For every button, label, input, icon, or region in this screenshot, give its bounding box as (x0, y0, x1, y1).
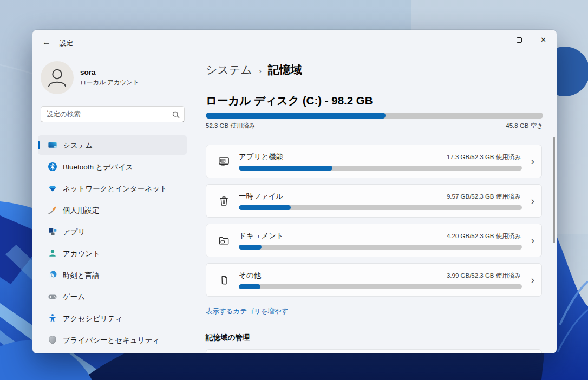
breadcrumb-separator-icon: › (259, 65, 262, 75)
chevron-right-icon: › (531, 234, 534, 246)
category-progress-fill (239, 166, 332, 171)
category-progressbar (239, 284, 522, 289)
category-usage: 17.3 GB/52.3 GB 使用済み (447, 153, 521, 161)
system-icon (48, 140, 57, 150)
person-icon (41, 61, 74, 94)
sidebar-item-system[interactable]: システム (38, 135, 187, 155)
avatar[interactable] (41, 61, 74, 94)
disk-free-label: 45.8 GB 空き (506, 122, 543, 130)
minimize-button[interactable] (482, 31, 507, 49)
storage-management-header: 記憶域の管理 (206, 333, 250, 343)
partially-visible-card (206, 349, 542, 353)
documents-icon (218, 234, 230, 247)
sidebar-item-gaming[interactable]: ゲーム (38, 287, 187, 306)
category-card-documents[interactable]: ドキュメント 4.20 GB/52.3 GB 使用済み › (206, 224, 542, 257)
category-card-other[interactable]: その他 3.99 GB/52.3 GB 使用済み › (206, 263, 542, 297)
show-more-categories-link[interactable]: 表示するカテゴリを増やす (206, 307, 289, 316)
chevron-right-icon: › (531, 274, 534, 286)
chevron-right-icon: › (531, 195, 534, 207)
category-usage: 9.57 GB/52.3 GB 使用済み (447, 193, 521, 201)
sidebar-item-privacy-security[interactable]: プライバシーとセキュリティ (38, 330, 187, 350)
sidebar-item-accounts[interactable]: アカウント (38, 244, 187, 263)
user-name: sora (80, 68, 96, 76)
temp-files-icon (218, 195, 230, 207)
apps-features-icon (218, 155, 230, 168)
sidebar-item-time-language[interactable]: 時刻と言語 (38, 265, 187, 285)
sidebar-item-label: 個人用設定 (63, 206, 100, 215)
category-card-apps-features[interactable]: アプリと機能 17.3 GB/52.3 GB 使用済み › (206, 145, 542, 178)
sidebar-item-label: システム (63, 141, 93, 150)
close-icon: ✕ (540, 36, 546, 43)
sidebar-item-label: ネットワークとインターネット (63, 184, 167, 194)
breadcrumb-parent[interactable]: システム (206, 62, 252, 77)
breadcrumb: システム › 記憶域 (206, 61, 302, 78)
vertical-scrollbar[interactable] (553, 137, 555, 243)
app-title: 設定 (60, 39, 73, 48)
category-card-temp-files[interactable]: 一時ファイル 9.57 GB/52.3 GB 使用済み › (206, 184, 542, 218)
category-progressbar (239, 245, 522, 250)
disk-used-label: 52.3 GB 使用済み (206, 122, 256, 130)
settings-window: ← 設定 ✕ sora ローカル アカウント (32, 30, 557, 353)
category-usage: 4.20 GB/52.3 GB 使用済み (447, 232, 521, 240)
sidebar-item-apps[interactable]: アプリ (38, 222, 187, 241)
sidebar-item-personalization[interactable]: 個人用設定 (38, 200, 187, 220)
sidebar-item-accessibility[interactable]: アクセシビリティ (38, 309, 187, 328)
category-progress-fill (239, 284, 260, 289)
disk-usage-labels: 52.3 GB 使用済み 45.8 GB 空き (206, 122, 543, 130)
category-title: 一時ファイル (239, 192, 283, 201)
search-input[interactable] (41, 107, 184, 122)
disk-title: ローカル ディスク (C:) - 98.2 GB (206, 93, 373, 108)
user-account-type: ローカル アカウント (80, 78, 139, 87)
sidebar-item-bluetooth-devices[interactable]: Bluetooth とデバイス (38, 157, 187, 176)
category-title: その他 (239, 271, 261, 280)
sidebar-item-label: 時刻と言語 (63, 271, 100, 280)
category-progress-fill (239, 205, 291, 210)
network-icon (48, 184, 57, 193)
sidebar-item-label: ゲーム (63, 292, 85, 302)
category-usage: 3.99 GB/52.3 GB 使用済み (447, 272, 521, 280)
desktop: ← 設定 ✕ sora ローカル アカウント (0, 0, 588, 380)
sidebar-item-label: Bluetooth とデバイス (63, 162, 133, 172)
sidebar-item-label: プライバシーとセキュリティ (63, 336, 160, 345)
accounts-icon (48, 248, 57, 258)
selection-indicator (38, 141, 40, 149)
category-title: アプリと機能 (239, 152, 283, 162)
sidebar-item-label: アカウント (63, 249, 100, 259)
search-box (41, 106, 185, 122)
maximize-button[interactable] (507, 31, 531, 49)
gaming-icon (48, 292, 57, 302)
accessibility-icon (48, 313, 57, 323)
privacy-icon (48, 335, 57, 345)
sidebar-item-network-internet[interactable]: ネットワークとインターネット (38, 179, 187, 198)
search-icon (172, 110, 180, 119)
sidebar-item-label: アプリ (63, 227, 85, 237)
breadcrumb-current: 記憶域 (268, 62, 302, 77)
close-button[interactable]: ✕ (531, 31, 556, 49)
sidebar-item-label: アクセシビリティ (63, 314, 123, 324)
back-button[interactable]: ← (40, 36, 54, 49)
personalization-icon (48, 205, 57, 215)
window-controls: ✕ (482, 31, 556, 49)
bluetooth-icon (48, 162, 57, 172)
category-title: ドキュメント (239, 231, 284, 241)
category-progressbar (239, 166, 522, 171)
other-icon (218, 274, 230, 286)
chevron-right-icon: › (531, 155, 534, 167)
maximize-icon (517, 37, 522, 43)
minimize-icon (492, 40, 498, 40)
apps-icon (48, 227, 57, 237)
disk-usage-fill (206, 113, 386, 119)
disk-usage-progressbar (206, 113, 543, 119)
category-progress-fill (239, 245, 262, 250)
time-language-icon (48, 270, 57, 280)
category-progressbar (239, 205, 522, 210)
